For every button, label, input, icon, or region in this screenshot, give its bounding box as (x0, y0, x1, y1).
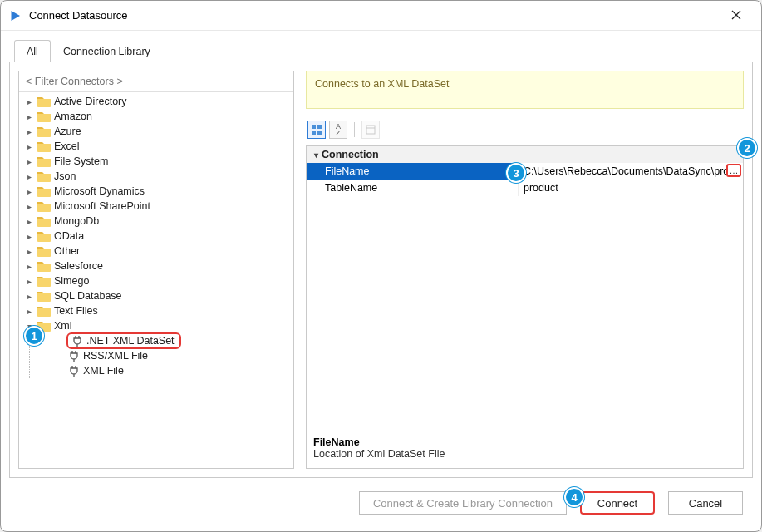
tree-folder[interactable]: ▸ Json (19, 169, 293, 184)
dialog-window: Connect Datasource All Connection Librar… (0, 0, 762, 532)
tree-label: Microsoft Dynamics (54, 185, 145, 197)
tree-leaf-net-xml-dataset[interactable]: ▸ .NET XML DataSet (37, 333, 293, 348)
help-description: Location of Xml DataSet File (313, 448, 736, 460)
tree-folder[interactable]: ▸ Salesforce (19, 259, 293, 273)
tree-label: OData (54, 230, 84, 242)
tree-folder[interactable]: ▸ OData (19, 229, 293, 244)
property-grid: ▾ Connection FileName C:\Users\Rebecca\D… (306, 145, 744, 469)
svg-rect-1 (312, 125, 316, 129)
connect-button[interactable]: Connect (580, 491, 655, 515)
chevron-right-icon[interactable]: ▸ (24, 276, 34, 286)
browse-button[interactable]: … (726, 164, 741, 177)
dialog-buttons: Connect & Create Library Connection Conn… (9, 478, 753, 523)
tree-label: Xml (54, 320, 72, 332)
tree-leaf-rss-xml-file[interactable]: ▸ RSS/XML File (37, 348, 293, 363)
folder-icon (37, 245, 51, 257)
tree-folder[interactable]: ▸ Simego (19, 273, 293, 288)
connect-create-library-button[interactable]: Connect & Create Library Connection (359, 491, 567, 515)
tree-leaf-xml-file[interactable]: ▸ XML File (37, 363, 293, 378)
tree-folder[interactable]: ▸ Excel (19, 139, 293, 154)
connector-description: Connects to an XML DataSet (306, 71, 744, 109)
propertygrid-toolbar: AZ (306, 121, 744, 139)
chevron-right-icon[interactable]: ▸ (24, 231, 34, 241)
folder-icon (37, 155, 51, 167)
folder-icon (37, 275, 51, 287)
connector-icon (68, 365, 80, 377)
tree-folder[interactable]: ▸ Microsoft Dynamics (19, 184, 293, 199)
chevron-right-icon[interactable]: ▸ (24, 306, 34, 316)
connector-tree[interactable]: ▸ Active Directory ▸ Amazon ▸ Azure (19, 92, 293, 468)
chevron-right-icon[interactable]: ▸ (24, 186, 34, 196)
value-text: C:\Users\Rebecca\Documents\DataSync\pro (524, 165, 729, 177)
chevron-right-icon[interactable]: ▸ (24, 291, 34, 301)
chevron-down-icon[interactable]: ▾ (24, 321, 34, 331)
property-row-tablename[interactable]: TableName product (307, 180, 743, 196)
tree-label: Active Directory (54, 96, 127, 107)
tree-folder[interactable]: ▸ Other (19, 244, 293, 259)
tree-label: File System (54, 155, 108, 167)
property-row-filename[interactable]: FileName C:\Users\Rebecca\Documents\Data… (307, 163, 743, 180)
chevron-right-icon[interactable]: ▸ (24, 141, 34, 151)
window-close-button[interactable] (718, 1, 755, 31)
toolbar-separator (354, 122, 355, 137)
tree-folder-xml[interactable]: ▾ Xml (19, 318, 293, 333)
chevron-right-icon[interactable]: ▸ (24, 201, 34, 211)
tree-label: Simego (54, 275, 89, 287)
tree-folder[interactable]: ▸ File System (19, 154, 293, 169)
chevron-right-icon[interactable]: ▸ (24, 111, 34, 121)
connector-icon (71, 335, 83, 347)
category-label: Connection (322, 149, 379, 160)
folder-icon (37, 140, 51, 152)
cancel-button[interactable]: Cancel (668, 491, 743, 515)
chevron-right-icon[interactable]: ▸ (24, 171, 34, 181)
folder-icon (37, 215, 51, 227)
tree-label: MongoDb (54, 215, 99, 227)
property-category[interactable]: ▾ Connection (307, 146, 743, 163)
window-title: Connect Datasource (29, 9, 718, 22)
tab-connection-library[interactable]: Connection Library (51, 40, 163, 62)
property-value-tablename[interactable]: product (519, 180, 743, 196)
titlebar: Connect Datasource (1, 1, 761, 31)
chevron-right-icon[interactable]: ▸ (24, 156, 34, 166)
chevron-right-icon[interactable]: ▸ (24, 126, 34, 136)
app-icon (7, 8, 22, 23)
tree-label: Salesforce (54, 260, 103, 272)
property-pages-button (361, 121, 380, 139)
tree-folder[interactable]: ▸ Microsoft SharePoint (19, 199, 293, 214)
property-name: TableName (307, 180, 519, 196)
tree-label: Excel (54, 140, 80, 152)
chevron-right-icon[interactable]: ▸ (24, 246, 34, 256)
close-icon (731, 9, 741, 22)
alphabetical-button[interactable]: AZ (329, 121, 347, 139)
tree-folder[interactable]: ▸ Active Directory (19, 94, 293, 109)
tree-label: Other (54, 245, 80, 257)
folder-icon (37, 170, 51, 182)
folder-icon (37, 230, 51, 242)
svg-marker-0 (12, 11, 21, 21)
tree-folder[interactable]: ▸ SQL Database (19, 288, 293, 303)
connector-icon (68, 350, 80, 362)
chevron-right-icon[interactable]: ▸ (24, 216, 34, 226)
filter-connectors-input[interactable] (19, 71, 293, 92)
folder-icon (37, 185, 51, 197)
tree-folder[interactable]: ▸ Amazon (19, 109, 293, 124)
svg-rect-5 (366, 126, 375, 134)
chevron-down-icon[interactable]: ▾ (310, 150, 322, 160)
categorized-button[interactable] (307, 121, 326, 139)
help-title: FileName (313, 436, 736, 448)
chevron-right-icon[interactable]: ▸ (24, 261, 34, 271)
tree-label: Azure (54, 126, 81, 137)
tree-label: Text Files (54, 305, 98, 317)
tree-folder[interactable]: ▸ Text Files (19, 303, 293, 318)
property-value-filename[interactable]: C:\Users\Rebecca\Documents\DataSync\pro … (519, 163, 743, 180)
tab-all[interactable]: All (14, 40, 51, 62)
tree-folder[interactable]: ▸ MongoDb (19, 214, 293, 229)
dialog-body: All Connection Library ▸ Active Director… (1, 31, 761, 531)
tree-folder[interactable]: ▸ Azure (19, 124, 293, 139)
folder-icon (37, 320, 51, 332)
connector-detail-pane: Connects to an XML DataSet AZ (306, 71, 744, 469)
value-text: product (524, 182, 558, 194)
folder-icon (37, 290, 51, 302)
chevron-right-icon[interactable]: ▸ (24, 96, 34, 106)
folder-icon (37, 200, 51, 212)
